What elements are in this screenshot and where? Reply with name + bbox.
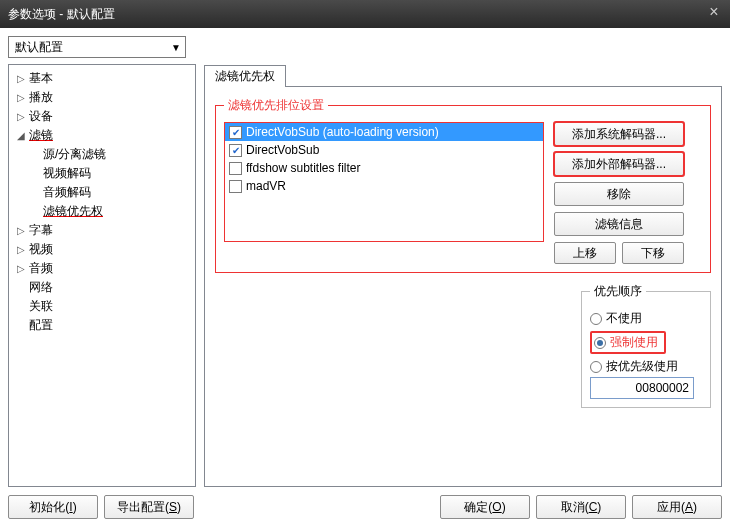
checkbox-icon[interactable] xyxy=(229,126,242,139)
list-item[interactable]: ffdshow subtitles filter xyxy=(225,159,543,177)
radio-by-priority[interactable]: 按优先级使用 xyxy=(590,356,702,377)
tree-item[interactable]: 网络 xyxy=(11,278,193,297)
checkbox-icon[interactable] xyxy=(229,180,242,193)
export-config-button[interactable]: 导出配置(S) xyxy=(104,495,194,519)
filter-info-button[interactable]: 滤镜信息 xyxy=(554,212,684,236)
tree-item[interactable]: 源/分离滤镜 xyxy=(11,145,193,164)
add-external-decoder-button[interactable]: 添加外部解码器... xyxy=(554,152,684,176)
list-item[interactable]: DirectVobSub xyxy=(225,141,543,159)
tree-item[interactable]: 关联 xyxy=(11,297,193,316)
tree-item-active[interactable]: 滤镜优先权 xyxy=(11,202,193,221)
chevron-down-icon: ▼ xyxy=(171,42,181,53)
tree-item[interactable]: 音频解码 xyxy=(11,183,193,202)
priority-value-input[interactable] xyxy=(590,377,694,399)
remove-button[interactable]: 移除 xyxy=(554,182,684,206)
window-title: 参数选项 - 默认配置 xyxy=(8,6,115,23)
preset-dropdown[interactable]: 默认配置 ▼ xyxy=(8,36,186,58)
expand-icon: ▷ xyxy=(15,263,27,274)
tree-item[interactable]: ▷设备 xyxy=(11,107,193,126)
preset-value: 默认配置 xyxy=(15,39,63,56)
radio-icon[interactable] xyxy=(594,337,606,349)
main: ▷基本 ▷播放 ▷设备 ◢滤镜 源/分离滤镜 视频解码 音频解码 滤镜优先权 ▷… xyxy=(8,64,722,487)
expand-icon: ▷ xyxy=(15,92,27,103)
topbar: 默认配置 ▼ xyxy=(8,36,722,58)
window: 参数选项 - 默认配置 × 默认配置 ▼ ▷基本 ▷播放 ▷设备 ◢滤镜 源/分… xyxy=(0,0,730,527)
tree-item[interactable]: 视频解码 xyxy=(11,164,193,183)
nav-tree[interactable]: ▷基本 ▷播放 ▷设备 ◢滤镜 源/分离滤镜 视频解码 音频解码 滤镜优先权 ▷… xyxy=(8,64,196,487)
panel-row: DirectVobSub (auto-loading version) Dire… xyxy=(224,122,702,264)
radio-icon[interactable] xyxy=(590,361,602,373)
titlebar: 参数选项 - 默认配置 × xyxy=(0,0,730,28)
filter-priority-legend: 滤镜优先排位设置 xyxy=(224,97,328,114)
filter-priority-group: 滤镜优先排位设置 DirectVobSub (auto-loading vers… xyxy=(215,97,711,273)
apply-button[interactable]: 应用(A) xyxy=(632,495,722,519)
move-up-button[interactable]: 上移 xyxy=(554,242,616,264)
tree-item[interactable]: 配置 xyxy=(11,316,193,335)
cancel-button[interactable]: 取消(C) xyxy=(536,495,626,519)
list-item[interactable]: DirectVobSub (auto-loading version) xyxy=(225,123,543,141)
checkbox-icon[interactable] xyxy=(229,162,242,175)
tab-filter-priority[interactable]: 滤镜优先权 xyxy=(204,65,286,87)
tree-item[interactable]: ▷字幕 xyxy=(11,221,193,240)
radio-force[interactable]: 强制使用 xyxy=(590,329,702,356)
tree-item[interactable]: ▷视频 xyxy=(11,240,193,259)
right-pane: 滤镜优先权 滤镜优先排位设置 DirectVobSub (auto-loadin… xyxy=(204,64,722,487)
expand-icon: ◢ xyxy=(15,130,27,141)
expand-icon: ▷ xyxy=(15,225,27,236)
priority-order-group: 优先顺序 不使用 强制使用 xyxy=(581,283,711,408)
tab-panel: 滤镜优先排位设置 DirectVobSub (auto-loading vers… xyxy=(204,86,722,487)
radio-icon[interactable] xyxy=(590,313,602,325)
expand-icon: ▷ xyxy=(15,73,27,84)
ok-button[interactable]: 确定(O) xyxy=(440,495,530,519)
client-area: 默认配置 ▼ ▷基本 ▷播放 ▷设备 ◢滤镜 源/分离滤镜 视频解码 音频解码 … xyxy=(0,28,730,527)
tree-item[interactable]: ◢滤镜 xyxy=(11,126,193,145)
checkbox-icon[interactable] xyxy=(229,144,242,157)
tree-item[interactable]: ▷播放 xyxy=(11,88,193,107)
tabs: 滤镜优先权 xyxy=(204,64,722,86)
close-icon[interactable]: × xyxy=(704,4,724,22)
list-item[interactable]: madVR xyxy=(225,177,543,195)
add-system-decoder-button[interactable]: 添加系统解码器... xyxy=(554,122,684,146)
bottom-bar: 初始化(I) 导出配置(S) 确定(O) 取消(C) 应用(A) xyxy=(8,487,722,519)
tree-item[interactable]: ▷基本 xyxy=(11,69,193,88)
radio-none[interactable]: 不使用 xyxy=(590,308,702,329)
tree-item[interactable]: ▷音频 xyxy=(11,259,193,278)
filter-list[interactable]: DirectVobSub (auto-loading version) Dire… xyxy=(224,122,544,242)
filter-buttons: 添加系统解码器... 添加外部解码器... 移除 滤镜信息 上移 下移 xyxy=(554,122,684,264)
initialize-button[interactable]: 初始化(I) xyxy=(8,495,98,519)
expand-icon: ▷ xyxy=(15,111,27,122)
priority-legend: 优先顺序 xyxy=(590,283,646,300)
move-down-button[interactable]: 下移 xyxy=(622,242,684,264)
expand-icon: ▷ xyxy=(15,244,27,255)
